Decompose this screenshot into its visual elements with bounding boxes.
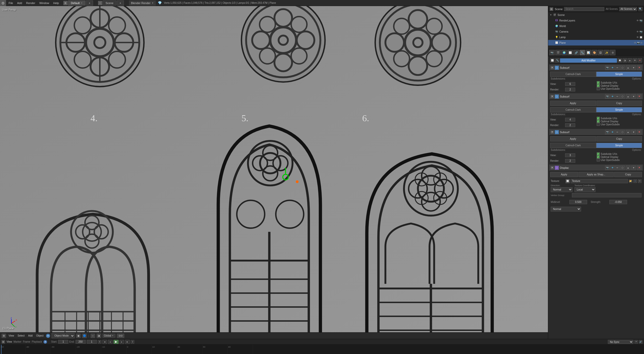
menu-window[interactable]: Window xyxy=(37,0,51,6)
subsurf1-delete-btn[interactable]: ✕ xyxy=(637,65,641,70)
subsurf2-copy-btn[interactable]: Copy xyxy=(596,101,642,106)
subsurf3-delete-btn[interactable]: ✕ xyxy=(637,130,641,134)
subsurf2-subdivide-uvs-checkbox[interactable]: ✓ xyxy=(597,117,600,120)
displac-copy-btn[interactable]: Copy xyxy=(614,172,642,177)
subsurf3-up-icon[interactable]: ▲ xyxy=(626,130,630,134)
subsurf3-opensubdiv-checkbox[interactable] xyxy=(597,158,600,161)
modifier-props-tab[interactable]: 🔧 xyxy=(580,50,585,55)
texture-browse-icon[interactable]: 📂 xyxy=(629,179,632,183)
menu-add[interactable]: Add xyxy=(15,0,24,6)
pivot-icon[interactable]: ◉ xyxy=(76,334,81,338)
subsurf1-subdivide-uvs-checkbox[interactable]: ✓ xyxy=(597,81,600,84)
particles-tab[interactable]: ✨ xyxy=(604,50,609,55)
add-modifier-btn[interactable]: Add Modifier xyxy=(560,58,617,63)
displac-up-icon[interactable]: ▲ xyxy=(626,166,630,170)
displac-realtime-icon[interactable]: 📷 xyxy=(605,166,610,170)
snap-icon[interactable]: 🔵 xyxy=(82,334,87,338)
subsurf3-simple-tab[interactable]: Simple xyxy=(596,143,642,148)
tex-coords-select[interactable]: Local Global Object UV xyxy=(574,187,595,192)
subsurf3-catmull-tab[interactable]: Catmull-Clark xyxy=(550,143,596,148)
subsurf1-optimal-checkbox[interactable]: ✓ xyxy=(597,84,600,87)
subsurf3-down-icon[interactable]: ▼ xyxy=(631,130,636,134)
plane-eye-icon[interactable]: 👁 xyxy=(634,41,636,44)
prev-frame-btn[interactable]: ⟪ xyxy=(98,340,101,344)
prev-keyframe-btn[interactable]: ◄ xyxy=(102,340,107,344)
subsurf3-render-input[interactable] xyxy=(565,159,575,163)
current-frame-input[interactable] xyxy=(87,340,97,344)
marker-label[interactable]: Marker xyxy=(14,340,21,343)
scene-select[interactable]: All Scenes xyxy=(619,7,637,11)
material-tab[interactable]: 🎨 xyxy=(592,50,597,55)
timeline-ruler[interactable]: -50 -40 -30 -20 -10 0 10 20 30 40 xyxy=(0,345,644,354)
playback-label[interactable]: Playback xyxy=(32,340,42,343)
sync-select[interactable]: No Sync Frame Dropping AV-sync xyxy=(608,340,633,344)
subsurf2-render-icon[interactable]: 👁 xyxy=(610,94,615,99)
outliner-item-plane[interactable]: ⬜ Plane 👁 📷 ⚙ xyxy=(548,40,644,45)
texture-tab[interactable]: 🖼 xyxy=(598,50,603,55)
subsurf2-catmull-tab[interactable]: Catmull-Clark xyxy=(550,107,596,112)
scene-props-tab[interactable]: 🎬 xyxy=(555,50,561,55)
subsurf1-up-icon[interactable]: ▲ xyxy=(626,65,630,70)
subsurf3-apply-btn[interactable]: Apply xyxy=(550,136,596,141)
constraints-tab[interactable]: 🔗 xyxy=(573,50,579,55)
subsurf1-collapse-btn[interactable]: ▼ xyxy=(551,66,554,69)
subsurf2-collapse-btn[interactable]: ▼ xyxy=(551,95,554,98)
subsurf3-realtime-icon[interactable]: 📷 xyxy=(605,130,610,134)
subsurf2-apply-btn[interactable]: Apply xyxy=(550,101,596,106)
subsurf1-opensubdiv-checkbox[interactable] xyxy=(597,87,600,90)
lamp-render-icon[interactable]: 🔲 xyxy=(639,36,642,39)
plane-render-icon[interactable]: 📷 xyxy=(637,41,640,44)
transform-icon[interactable]: ↔ xyxy=(91,334,95,338)
world-props-tab[interactable]: 🌍 xyxy=(561,50,567,55)
step-back-btn[interactable]: ◂ xyxy=(108,340,113,344)
subsurf2-edit-icon[interactable]: ✏ xyxy=(615,94,620,99)
subsurf1-simple-tab[interactable]: Simple xyxy=(596,72,642,77)
frame-label[interactable]: Frame xyxy=(23,340,30,343)
subsurf1-cage-icon[interactable]: ⬡ xyxy=(620,65,625,70)
menu-render[interactable]: Render xyxy=(24,0,37,6)
mode-selector[interactable]: Object Mode Edit Mode Sculpt Mode xyxy=(52,333,75,338)
camera-render-icon[interactable]: 📷 xyxy=(639,30,642,33)
normal-select[interactable]: Normal Fast xyxy=(551,207,581,211)
render-icon[interactable]: 📷 xyxy=(639,19,642,22)
render-engine-selector[interactable]: Blender Render ▼ xyxy=(129,1,156,6)
subsurf3-cage-icon[interactable]: ⬡ xyxy=(620,130,625,134)
next-keyframe-btn[interactable]: ► xyxy=(125,340,130,344)
viewport-3d[interactable]: 4. 5. 6. xyxy=(0,6,548,339)
displac-down-icon[interactable]: ▼ xyxy=(631,166,636,170)
strength-input[interactable] xyxy=(609,200,627,204)
end-frame-input[interactable] xyxy=(76,340,86,344)
shading-icon[interactable]: ◑ xyxy=(97,334,101,338)
vp-menu-select[interactable]: Select xyxy=(17,334,26,337)
subsurf2-simple-tab[interactable]: Simple xyxy=(596,107,642,112)
scene-tab[interactable]: Scene xyxy=(103,1,116,6)
vertex-group-input[interactable] xyxy=(572,193,641,197)
vp-menu-view[interactable]: View xyxy=(8,334,15,337)
lamp-eye-icon[interactable]: 👁 xyxy=(636,36,639,39)
outliner-item-renderlayers[interactable]: 🎞 RenderLayers 👁 📷 xyxy=(548,18,644,23)
render-props-tab[interactable]: 📷 xyxy=(549,50,555,55)
subsurf2-render-input[interactable] xyxy=(565,123,575,127)
next-frame-btn[interactable]: ⟫ xyxy=(131,340,134,344)
subsurf1-edit-icon[interactable]: ✏ xyxy=(615,65,620,70)
displac-apply-as-shape-btn[interactable]: Apply as Shap... xyxy=(579,172,614,177)
subsurf2-view-input[interactable] xyxy=(565,118,575,122)
menu-file[interactable]: File xyxy=(7,0,15,6)
viewport-corner-icon[interactable]: ⊞ xyxy=(2,334,6,338)
plane-extra-icon[interactable]: ⚙ xyxy=(640,41,642,44)
midlevel-input[interactable] xyxy=(569,200,587,204)
displac-edit-icon[interactable]: ✏ xyxy=(615,166,620,170)
workspace-default-tab[interactable]: Default ✕ xyxy=(68,1,85,6)
scene-add-btn[interactable]: + xyxy=(117,1,124,6)
direction-select[interactable]: Normal X Y Z RGB to XYZ xyxy=(551,187,572,192)
outliner-search-input[interactable] xyxy=(564,7,604,11)
step-forward-btn[interactable]: ▸ xyxy=(120,340,124,344)
vp-menu-object[interactable]: Object xyxy=(35,334,45,337)
start-frame-input[interactable] xyxy=(58,340,68,344)
subsurf3-copy-btn[interactable]: Copy xyxy=(596,136,642,141)
outliner-item-world[interactable]: 🌍 World xyxy=(548,23,644,29)
pivot-selector[interactable]: Global ▼ xyxy=(103,334,115,338)
subsurf3-collapse-btn[interactable]: ▼ xyxy=(551,131,554,134)
data-props-tab[interactable]: 📊 xyxy=(586,50,591,55)
view-label[interactable]: View xyxy=(7,340,12,343)
